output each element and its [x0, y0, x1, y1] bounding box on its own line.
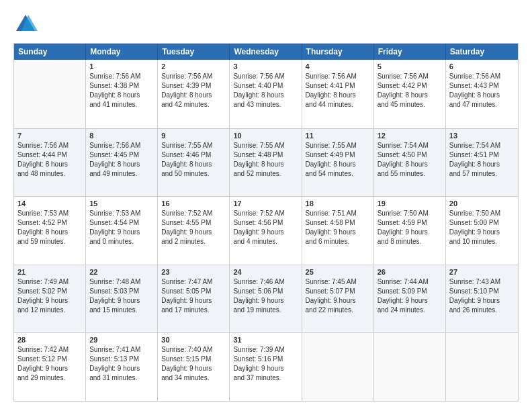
day-number: 9 [161, 132, 226, 140]
calendar-cell: 31Sunrise: 7:39 AM Sunset: 5:16 PM Dayli… [230, 333, 302, 401]
calendar: SundayMondayTuesdayWednesdayThursdayFrid… [13, 43, 519, 402]
day-info: Sunrise: 7:42 AM Sunset: 5:12 PM Dayligh… [17, 345, 82, 383]
day-number: 28 [17, 336, 82, 344]
day-number: 14 [17, 199, 82, 208]
calendar-cell [446, 333, 518, 401]
calendar-row: 1Sunrise: 7:56 AM Sunset: 4:38 PM Daylig… [14, 60, 518, 128]
day-number: 2 [161, 62, 226, 71]
calendar-cell: 1Sunrise: 7:56 AM Sunset: 4:38 PM Daylig… [86, 60, 158, 128]
day-info: Sunrise: 7:56 AM Sunset: 4:44 PM Dayligh… [17, 141, 82, 179]
day-number: 27 [449, 268, 515, 276]
header-day-saturday: Saturday [446, 44, 518, 60]
day-info: Sunrise: 7:48 AM Sunset: 5:03 PM Dayligh… [89, 277, 154, 315]
day-info: Sunrise: 7:55 AM Sunset: 4:48 PM Dayligh… [233, 141, 298, 179]
day-number: 15 [89, 199, 154, 208]
calendar-cell: 21Sunrise: 7:49 AM Sunset: 5:02 PM Dayli… [14, 265, 86, 333]
day-info: Sunrise: 7:56 AM Sunset: 4:42 PM Dayligh… [378, 72, 442, 109]
calendar-cell: 8Sunrise: 7:56 AM Sunset: 4:45 PM Daylig… [86, 129, 158, 197]
calendar-cell [302, 333, 374, 401]
day-info: Sunrise: 7:41 AM Sunset: 5:13 PM Dayligh… [89, 345, 154, 383]
day-info: Sunrise: 7:50 AM Sunset: 5:00 PM Dayligh… [449, 209, 515, 246]
calendar-cell: 4Sunrise: 7:56 AM Sunset: 4:41 PM Daylig… [302, 60, 374, 128]
calendar-row: 7Sunrise: 7:56 AM Sunset: 4:44 PM Daylig… [14, 128, 518, 197]
day-number: 20 [449, 199, 515, 208]
day-info: Sunrise: 7:47 AM Sunset: 5:05 PM Dayligh… [161, 277, 226, 315]
calendar-cell: 7Sunrise: 7:56 AM Sunset: 4:44 PM Daylig… [14, 129, 86, 197]
day-info: Sunrise: 7:46 AM Sunset: 5:06 PM Dayligh… [233, 277, 298, 315]
day-info: Sunrise: 7:44 AM Sunset: 5:09 PM Dayligh… [378, 277, 442, 315]
calendar-cell: 18Sunrise: 7:51 AM Sunset: 4:58 PM Dayli… [302, 197, 374, 265]
calendar-cell: 3Sunrise: 7:56 AM Sunset: 4:40 PM Daylig… [230, 60, 302, 128]
logo-icon [13, 12, 38, 36]
header-day-monday: Monday [86, 44, 158, 60]
page: SundayMondayTuesdayWednesdayThursdayFrid… [0, 0, 532, 411]
calendar-cell: 9Sunrise: 7:55 AM Sunset: 4:46 PM Daylig… [158, 129, 230, 197]
day-info: Sunrise: 7:53 AM Sunset: 4:52 PM Dayligh… [17, 209, 82, 246]
day-info: Sunrise: 7:45 AM Sunset: 5:07 PM Dayligh… [306, 277, 370, 315]
calendar-cell: 30Sunrise: 7:40 AM Sunset: 5:15 PM Dayli… [158, 333, 230, 401]
calendar-cell: 14Sunrise: 7:53 AM Sunset: 4:52 PM Dayli… [14, 197, 86, 265]
day-info: Sunrise: 7:56 AM Sunset: 4:40 PM Dayligh… [233, 72, 298, 109]
header-day-friday: Friday [374, 44, 446, 60]
calendar-cell: 29Sunrise: 7:41 AM Sunset: 5:13 PM Dayli… [86, 333, 158, 401]
day-info: Sunrise: 7:52 AM Sunset: 4:56 PM Dayligh… [233, 209, 298, 246]
day-number: 16 [161, 199, 226, 208]
calendar-row: 21Sunrise: 7:49 AM Sunset: 5:02 PM Dayli… [14, 265, 518, 333]
day-number: 19 [378, 199, 442, 208]
day-number: 10 [233, 132, 298, 140]
day-info: Sunrise: 7:51 AM Sunset: 4:58 PM Dayligh… [306, 209, 370, 246]
calendar-body: 1Sunrise: 7:56 AM Sunset: 4:38 PM Daylig… [14, 60, 518, 401]
calendar-cell: 15Sunrise: 7:53 AM Sunset: 4:54 PM Dayli… [86, 197, 158, 265]
header [13, 12, 519, 36]
calendar-cell: 28Sunrise: 7:42 AM Sunset: 5:12 PM Dayli… [14, 333, 86, 401]
day-info: Sunrise: 7:49 AM Sunset: 5:02 PM Dayligh… [17, 277, 82, 315]
calendar-cell: 11Sunrise: 7:55 AM Sunset: 4:49 PM Dayli… [302, 129, 374, 197]
day-number: 3 [233, 62, 298, 71]
header-day-tuesday: Tuesday [158, 44, 230, 60]
day-number: 22 [89, 268, 154, 276]
day-number: 7 [17, 132, 82, 140]
header-day-thursday: Thursday [302, 44, 374, 60]
day-number: 30 [161, 336, 226, 344]
day-info: Sunrise: 7:50 AM Sunset: 4:59 PM Dayligh… [378, 209, 442, 246]
calendar-cell: 12Sunrise: 7:54 AM Sunset: 4:50 PM Dayli… [374, 129, 446, 197]
calendar-cell: 10Sunrise: 7:55 AM Sunset: 4:48 PM Dayli… [230, 129, 302, 197]
header-day-wednesday: Wednesday [230, 44, 302, 60]
calendar-cell: 2Sunrise: 7:56 AM Sunset: 4:39 PM Daylig… [158, 60, 230, 128]
day-number: 31 [233, 336, 298, 344]
day-number: 18 [306, 199, 370, 208]
calendar-cell: 27Sunrise: 7:43 AM Sunset: 5:10 PM Dayli… [446, 265, 518, 333]
day-info: Sunrise: 7:56 AM Sunset: 4:45 PM Dayligh… [89, 141, 154, 179]
day-info: Sunrise: 7:55 AM Sunset: 4:46 PM Dayligh… [161, 141, 226, 179]
calendar-row: 14Sunrise: 7:53 AM Sunset: 4:52 PM Dayli… [14, 196, 518, 265]
day-number: 25 [306, 268, 370, 276]
day-info: Sunrise: 7:56 AM Sunset: 4:39 PM Dayligh… [161, 72, 226, 109]
calendar-cell [374, 333, 446, 401]
day-info: Sunrise: 7:56 AM Sunset: 4:38 PM Dayligh… [89, 72, 154, 109]
day-number: 1 [89, 62, 154, 71]
calendar-cell [14, 60, 86, 128]
day-number: 8 [89, 132, 154, 140]
calendar-cell: 19Sunrise: 7:50 AM Sunset: 4:59 PM Dayli… [374, 197, 446, 265]
calendar-cell: 17Sunrise: 7:52 AM Sunset: 4:56 PM Dayli… [230, 197, 302, 265]
calendar-cell: 25Sunrise: 7:45 AM Sunset: 5:07 PM Dayli… [302, 265, 374, 333]
day-number: 11 [306, 132, 370, 140]
calendar-cell: 6Sunrise: 7:56 AM Sunset: 4:43 PM Daylig… [446, 60, 518, 128]
calendar-cell: 16Sunrise: 7:52 AM Sunset: 4:55 PM Dayli… [158, 197, 230, 265]
day-info: Sunrise: 7:54 AM Sunset: 4:51 PM Dayligh… [449, 141, 515, 179]
day-number: 6 [449, 62, 515, 71]
calendar-cell: 22Sunrise: 7:48 AM Sunset: 5:03 PM Dayli… [86, 265, 158, 333]
day-number: 13 [449, 132, 515, 140]
day-info: Sunrise: 7:56 AM Sunset: 4:43 PM Dayligh… [449, 72, 515, 109]
day-number: 23 [161, 268, 226, 276]
day-number: 21 [17, 268, 82, 276]
day-number: 24 [233, 268, 298, 276]
calendar-cell: 24Sunrise: 7:46 AM Sunset: 5:06 PM Dayli… [230, 265, 302, 333]
day-number: 5 [378, 62, 442, 71]
day-info: Sunrise: 7:54 AM Sunset: 4:50 PM Dayligh… [378, 141, 442, 179]
day-info: Sunrise: 7:56 AM Sunset: 4:41 PM Dayligh… [306, 72, 370, 109]
day-number: 17 [233, 199, 298, 208]
calendar-cell: 13Sunrise: 7:54 AM Sunset: 4:51 PM Dayli… [446, 129, 518, 197]
day-number: 29 [89, 336, 154, 344]
day-info: Sunrise: 7:55 AM Sunset: 4:49 PM Dayligh… [306, 141, 370, 179]
